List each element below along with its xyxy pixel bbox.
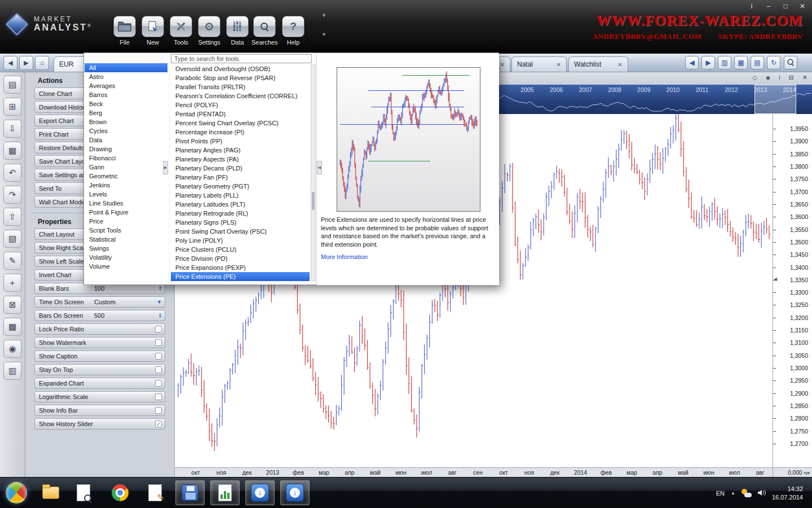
- checkbox[interactable]: [155, 393, 162, 400]
- tool-category-item[interactable]: Brown: [85, 117, 167, 126]
- price-scale[interactable]: ◀ 1,39501,39001,38501,38001,37501,37001,…: [773, 114, 812, 467]
- tool-list-item[interactable]: Planetary Fan (PF): [171, 173, 310, 182]
- tool-list-item[interactable]: Price Division (PD): [171, 254, 310, 263]
- tool-category-item[interactable]: Script Tools: [85, 226, 167, 235]
- tool-list-item[interactable]: Planetary Aspects (PA): [171, 155, 310, 164]
- close-tab-icon[interactable]: ✕: [614, 62, 623, 68]
- checkbox[interactable]: [155, 339, 162, 346]
- tool-list-item[interactable]: Poly Line (POLY): [171, 236, 310, 245]
- property-logarithmic-scale[interactable]: Logarithmic Scale: [34, 391, 165, 402]
- edit-icon[interactable]: ✎: [3, 252, 21, 270]
- start-button[interactable]: [6, 482, 27, 503]
- tool-category-item[interactable]: Fibonacci: [85, 154, 167, 163]
- property-bars-on-screen[interactable]: Bars On Screen500▲▼: [34, 310, 165, 321]
- redo-icon[interactable]: ↷: [3, 186, 21, 204]
- tool-category-item[interactable]: Levels: [85, 190, 167, 199]
- checkbox[interactable]: [155, 366, 162, 373]
- tab-eur[interactable]: EUR: [54, 56, 87, 72]
- settings-button[interactable]: ⚙ Settings: [196, 16, 222, 46]
- globe-icon[interactable]: ◉: [3, 340, 21, 358]
- scroll-left-button[interactable]: ◀: [685, 56, 699, 69]
- layout-rows-button[interactable]: ▤: [751, 56, 764, 69]
- tool-list-item[interactable]: Planetary Geometry (PGT): [171, 182, 310, 191]
- tool-list-item[interactable]: Percentage Increase (PI): [171, 128, 310, 137]
- close-tab-icon[interactable]: ✕: [552, 62, 561, 68]
- tool-category-item[interactable]: Point & Figure: [85, 208, 167, 217]
- checkbox[interactable]: [155, 380, 162, 387]
- refresh-button[interactable]: ↻: [767, 56, 780, 69]
- installer-taskbar-button[interactable]: ↓: [245, 480, 275, 505]
- property-expanded-chart[interactable]: Expanded Chart: [34, 378, 165, 389]
- weather-icon[interactable]: [742, 489, 752, 497]
- tool-category-item[interactable]: Geometric: [85, 172, 167, 181]
- tool-category-item[interactable]: Volatility: [85, 253, 167, 262]
- clock[interactable]: 14:32 16.07.2014: [772, 485, 803, 502]
- tool-category-item[interactable]: Price: [85, 217, 167, 226]
- export-icon[interactable]: ⇧: [3, 208, 21, 226]
- window-minimize-button[interactable]: –: [765, 2, 773, 10]
- data-button[interactable]: 101010011 Data: [224, 16, 250, 46]
- tool-list-item[interactable]: Planetary Labels (PLL): [171, 191, 310, 200]
- checkbox[interactable]: ✓: [155, 421, 162, 427]
- tool-category-item[interactable]: Barros: [85, 90, 167, 99]
- tab-natal[interactable]: Natal ✕: [511, 56, 567, 72]
- collapse-list-icon[interactable]: ◀: [317, 161, 322, 174]
- window-close-button[interactable]: ✕: [798, 2, 806, 10]
- tool-category-item[interactable]: Volume: [85, 262, 167, 271]
- tool-list-item[interactable]: Planetary Latitudes (PLT): [171, 200, 310, 209]
- search-app-taskbar-button[interactable]: [69, 480, 98, 505]
- tool-list-item[interactable]: Price Expansions (PEXP): [171, 263, 310, 272]
- tool-category-item[interactable]: Jenkins: [85, 181, 167, 190]
- window-info-button[interactable]: i: [748, 2, 756, 10]
- checkbox[interactable]: [155, 326, 162, 332]
- scrollbar-thumb[interactable]: [312, 192, 315, 210]
- history-slider-selection[interactable]: [754, 85, 796, 114]
- save-app-taskbar-button[interactable]: [175, 480, 205, 505]
- tool-list-item[interactable]: Pearson's Correlation Coefficient (CORRE…: [171, 91, 310, 100]
- property-show-watermark[interactable]: Show Watermark: [34, 337, 165, 348]
- tool-list-item[interactable]: Planetary Decans (PLD): [171, 164, 310, 173]
- stepper-icon[interactable]: ▲▼: [158, 286, 162, 291]
- property-show-history-slider[interactable]: Show History Slider✓: [34, 418, 165, 430]
- chrome-taskbar-button[interactable]: [105, 480, 135, 505]
- property-lock-price-ratio[interactable]: Lock Price Ratio: [34, 323, 165, 335]
- stepper-icon[interactable]: ▲▼: [158, 313, 162, 318]
- tool-list-item[interactable]: Planetary Signs (PLS): [171, 218, 310, 227]
- image-icon[interactable]: ▧: [3, 230, 21, 248]
- tool-category-item[interactable]: Astro: [85, 72, 167, 81]
- property-time-on-screen[interactable]: Time On ScreenCustom▼: [34, 296, 165, 308]
- tool-list-item[interactable]: Parallel Transits (PRLTR): [171, 82, 310, 91]
- clone-chart-icon[interactable]: ⊞: [3, 98, 21, 116]
- tool-category-item[interactable]: Berg: [85, 108, 167, 117]
- tool-list-item[interactable]: Pentad (PENTAD): [171, 110, 310, 119]
- grid-icon[interactable]: ▩: [3, 318, 21, 336]
- tab-watchlist[interactable]: Watchlist ✕: [568, 56, 628, 72]
- tool-search-input[interactable]: [171, 54, 312, 63]
- speaker-icon[interactable]: [758, 488, 766, 498]
- document-icon[interactable]: ▥: [3, 362, 21, 380]
- window-maximize-button[interactable]: □: [782, 2, 789, 10]
- lock-icon[interactable]: ⊠: [3, 296, 21, 314]
- help-button[interactable]: ? Help: [280, 16, 306, 46]
- collapse-icon[interactable]: ⊟: [789, 74, 794, 81]
- layout-grid-button[interactable]: ▦: [734, 56, 748, 69]
- tool-category-item[interactable]: Beck: [85, 99, 167, 108]
- dropdown-icon[interactable]: ▼: [157, 299, 162, 305]
- tool-category-item[interactable]: Cycles: [85, 126, 167, 135]
- property-show-caption[interactable]: Show Caption: [34, 351, 165, 362]
- editor-taskbar-button[interactable]: ✎: [140, 480, 170, 505]
- diamond-icon[interactable]: ◇: [752, 74, 757, 81]
- print-icon[interactable]: ▦: [3, 142, 21, 160]
- language-indicator[interactable]: EN: [716, 490, 725, 497]
- tool-category-item[interactable]: Line Studies: [85, 199, 167, 208]
- info-icon[interactable]: i: [779, 74, 780, 81]
- forward-button[interactable]: ▶: [19, 56, 33, 70]
- explorer-taskbar-button[interactable]: [36, 480, 65, 505]
- tool-list-item[interactable]: Percent Swing Chart Overlay (PCSC): [171, 119, 310, 128]
- chart-template-icon[interactable]: ▤: [3, 76, 21, 94]
- close-icon[interactable]: ✕: [802, 74, 807, 81]
- tool-list-item[interactable]: Planetary Retrograde (RL): [171, 209, 310, 218]
- crosshair-icon[interactable]: +: [3, 274, 21, 292]
- searches-button[interactable]: Searches: [251, 16, 277, 46]
- tool-category-item[interactable]: Averages: [85, 81, 167, 90]
